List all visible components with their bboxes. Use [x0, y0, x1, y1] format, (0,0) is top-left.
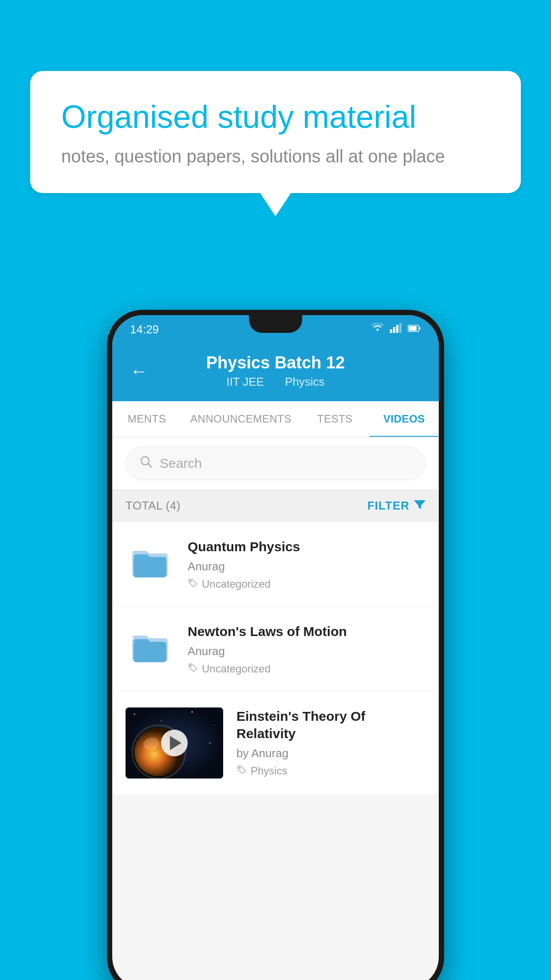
tab-ments[interactable]: MENTS: [112, 401, 181, 437]
speech-bubble: Organised study material notes, question…: [30, 71, 521, 193]
video-info: Newton's Laws of Motion Anurag Uncategor…: [188, 623, 425, 675]
svg-point-7: [141, 457, 149, 465]
filter-label: FILTER: [367, 499, 409, 513]
svg-line-8: [148, 464, 152, 467]
tag-label: Uncategorized: [202, 663, 271, 675]
tabs-bar: MENTS ANNOUNCEMENTS TESTS VIDEOS: [112, 401, 439, 438]
phone-inner: 14:29: [112, 315, 439, 980]
search-icon: [139, 455, 153, 472]
video-title: Einstein's Theory Of Relativity: [236, 707, 425, 742]
filter-button[interactable]: FILTER: [367, 498, 425, 513]
video-list: Quantum Physics Anurag Uncategorized: [112, 522, 439, 795]
svg-point-15: [190, 665, 192, 667]
svg-point-20: [214, 725, 215, 726]
svg-point-22: [209, 743, 211, 744]
video-thumbnail: [126, 623, 174, 672]
bubble-subtitle: notes, question papers, solutions all at…: [61, 146, 490, 166]
video-tag: Uncategorized: [188, 578, 425, 590]
header-tag2: Physics: [285, 375, 325, 388]
tag-label: Uncategorized: [202, 578, 271, 590]
svg-point-17: [134, 714, 135, 715]
video-author: Anurag: [188, 560, 425, 573]
video-title: Newton's Laws of Motion: [188, 623, 425, 640]
video-thumbnail: [126, 538, 174, 587]
filter-icon: [414, 498, 425, 513]
play-triangle-icon: [170, 736, 181, 750]
wifi-icon: [371, 323, 384, 336]
svg-rect-14: [134, 642, 166, 662]
svg-rect-1: [393, 327, 395, 333]
battery-icon: [408, 324, 421, 335]
tag-label: Physics: [251, 765, 287, 777]
back-button[interactable]: ←: [130, 361, 148, 381]
header-tag1: IIT JEE: [226, 375, 264, 388]
svg-point-26: [239, 767, 240, 769]
search-container: Search: [112, 438, 439, 490]
signal-icon: [390, 323, 401, 336]
svg-rect-0: [390, 329, 392, 333]
speech-bubble-container: Organised study material notes, question…: [30, 71, 521, 193]
list-item[interactable]: Einstein's Theory Of Relativity by Anura…: [112, 692, 439, 795]
status-bar: 14:29: [112, 315, 439, 344]
svg-point-19: [192, 711, 193, 713]
tab-announcements[interactable]: ANNOUNCEMENTS: [181, 401, 300, 437]
phone-frame: 14:29: [107, 310, 444, 980]
tab-videos[interactable]: VIDEOS: [370, 401, 439, 437]
svg-point-12: [190, 581, 192, 582]
svg-point-18: [161, 720, 161, 721]
total-count: TOTAL (4): [126, 499, 181, 513]
video-thumbnail-image: [126, 707, 223, 778]
tag-icon: [188, 578, 197, 590]
video-tag: Physics: [236, 765, 425, 777]
header-subtitle: IIT JEE Physics: [206, 375, 345, 389]
play-button[interactable]: [161, 730, 188, 756]
status-icons: [371, 323, 421, 336]
bubble-title: Organised study material: [61, 98, 490, 136]
svg-rect-3: [399, 323, 401, 333]
tab-tests[interactable]: TESTS: [300, 401, 370, 437]
tag-icon: [188, 663, 197, 675]
list-item[interactable]: Newton's Laws of Motion Anurag Uncategor…: [112, 607, 439, 692]
svg-rect-5: [419, 327, 421, 330]
video-tag: Uncategorized: [188, 663, 425, 675]
svg-marker-9: [414, 500, 425, 509]
video-author: by Anurag: [236, 747, 425, 760]
app-header: ← Physics Batch 12 IIT JEE Physics: [112, 344, 439, 401]
list-item[interactable]: Quantum Physics Anurag Uncategorized: [112, 522, 439, 607]
header-title-block: Physics Batch 12 IIT JEE Physics: [206, 353, 345, 389]
header-title: Physics Batch 12: [206, 353, 345, 372]
video-info: Einstein's Theory Of Relativity by Anura…: [236, 707, 425, 777]
search-input[interactable]: Search: [160, 456, 202, 471]
folder-icon: [130, 629, 170, 665]
svg-rect-11: [134, 557, 166, 577]
video-info: Quantum Physics Anurag Uncategorized: [188, 538, 425, 590]
svg-rect-2: [396, 325, 398, 333]
filter-row: TOTAL (4) FILTER: [112, 490, 439, 522]
phone-notch: [249, 315, 302, 333]
status-time: 14:29: [130, 323, 159, 336]
search-input-wrapper[interactable]: Search: [126, 447, 425, 480]
video-title: Quantum Physics: [188, 538, 425, 555]
folder-icon: [130, 545, 170, 580]
tag-icon: [236, 765, 246, 777]
svg-rect-6: [409, 326, 417, 331]
video-author: Anurag: [188, 644, 425, 658]
